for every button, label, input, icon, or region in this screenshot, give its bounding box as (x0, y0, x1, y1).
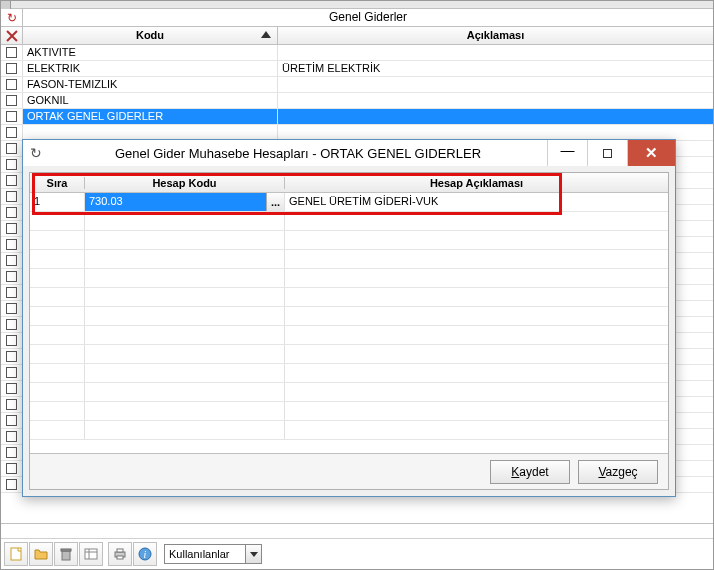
minimize-button[interactable]: — (547, 140, 587, 166)
cell-acik (278, 109, 713, 124)
close-button[interactable]: ✕ (627, 140, 675, 166)
open-button[interactable] (29, 542, 53, 566)
row-checkbox[interactable] (6, 303, 17, 314)
row-checkbox[interactable] (6, 463, 17, 474)
dialog-grid-header: Sıra Hesap Kodu Hesap Açıklaması (30, 173, 668, 193)
svg-rect-8 (117, 556, 123, 559)
chevron-down-icon[interactable] (245, 545, 261, 563)
svg-rect-1 (62, 551, 70, 560)
row-checkbox[interactable] (6, 175, 17, 186)
table-row (30, 250, 668, 269)
row-checkbox[interactable] (6, 47, 17, 58)
cell-kodu: GOKNIL (23, 93, 278, 108)
lookup-button[interactable]: ... (266, 193, 284, 211)
sort-asc-icon (261, 31, 271, 38)
col-header-hesap-aciklamasi[interactable]: Hesap Açıklaması (285, 177, 668, 189)
table-row[interactable]: 1 730.03 ... GENEL ÜRETİM GİDERİ-VUK (30, 193, 668, 212)
cell-hesap-kodu[interactable]: 730.03 ... (85, 193, 285, 211)
bottom-toolbar: i Kullanılanlar (1, 523, 713, 569)
filter-combo-value: Kullanılanlar (165, 548, 245, 560)
filter-combo[interactable]: Kullanılanlar (164, 544, 262, 564)
main-window-title: Genel Giderler (23, 9, 713, 26)
row-checkbox[interactable] (6, 143, 17, 154)
svg-rect-0 (11, 548, 21, 560)
dialog-window: ↻ Genel Gider Muhasebe Hesapları - ORTAK… (22, 139, 676, 497)
row-checkbox[interactable] (6, 383, 17, 394)
row-checkbox[interactable] (6, 111, 17, 122)
kaydet-button[interactable]: Kaydet (490, 460, 570, 484)
cell-acik (278, 45, 713, 60)
dialog-footer: Kaydet Vazgeç (30, 453, 668, 489)
print-button[interactable] (108, 542, 132, 566)
table-row (30, 402, 668, 421)
table-row (30, 288, 668, 307)
cell-kodu: FASON-TEMIZLIK (23, 77, 278, 92)
row-checkbox[interactable] (6, 351, 17, 362)
dialog-title: Genel Gider Muhasebe Hesapları - ORTAK G… (49, 146, 547, 161)
row-checkbox[interactable] (6, 127, 17, 138)
refresh-icon[interactable]: ↻ (23, 145, 49, 161)
table-row (30, 212, 668, 231)
table-row (30, 345, 668, 364)
table-row (30, 307, 668, 326)
row-checkbox[interactable] (6, 191, 17, 202)
table-row (30, 269, 668, 288)
cell-acik (278, 93, 713, 108)
row-checkbox[interactable] (6, 479, 17, 490)
main-window-title-row: ↻ Genel Giderler (1, 9, 713, 27)
col-header-kodu[interactable]: Kodu (23, 27, 278, 44)
info-button[interactable]: i (133, 542, 157, 566)
vazgec-button[interactable]: Vazgeç (578, 460, 658, 484)
row-checkbox[interactable] (6, 319, 17, 330)
row-checkbox[interactable] (6, 239, 17, 250)
row-checkbox[interactable] (6, 159, 17, 170)
table-row (30, 383, 668, 402)
cell-kodu: AKTIVITE (23, 45, 278, 60)
table-row[interactable]: FASON-TEMIZLIK (1, 77, 713, 93)
cell-kodu: ELEKTRIK (23, 61, 278, 76)
row-checkbox[interactable] (6, 287, 17, 298)
row-checkbox[interactable] (6, 271, 17, 282)
maximize-button[interactable] (587, 140, 627, 166)
table-row (30, 364, 668, 383)
new-button[interactable] (4, 542, 28, 566)
layout-button[interactable] (79, 542, 103, 566)
row-checkbox[interactable] (6, 447, 17, 458)
row-checkbox[interactable] (6, 367, 17, 378)
svg-rect-3 (85, 549, 97, 559)
row-checkbox[interactable] (6, 63, 17, 74)
dialog-content: Sıra Hesap Kodu Hesap Açıklaması 1 730.0… (29, 172, 669, 490)
row-checkbox[interactable] (6, 79, 17, 90)
dialog-grid-body: 1 730.03 ... GENEL ÜRETİM GİDERİ-VUK (30, 193, 668, 453)
delete-button[interactable] (54, 542, 78, 566)
cell-sira[interactable]: 1 (30, 193, 85, 211)
row-checkbox[interactable] (6, 399, 17, 410)
row-checkbox[interactable] (6, 207, 17, 218)
select-all-icon[interactable] (1, 27, 23, 44)
table-row (30, 231, 668, 250)
hesap-kodu-value[interactable]: 730.03 (85, 193, 266, 211)
table-row[interactable]: GOKNIL (1, 93, 713, 109)
dialog-titlebar[interactable]: ↻ Genel Gider Muhasebe Hesapları - ORTAK… (23, 140, 675, 166)
table-row[interactable]: ELEKTRIK ÜRETİM ELEKTRİK (1, 61, 713, 77)
col-header-hesap-kodu[interactable]: Hesap Kodu (85, 177, 285, 189)
row-checkbox[interactable] (6, 255, 17, 266)
main-grid-header: Kodu Açıklaması (1, 27, 713, 45)
table-row[interactable]: ORTAK GENEL GIDERLER (1, 109, 713, 125)
col-header-aciklamasi[interactable]: Açıklaması (278, 27, 713, 44)
top-strip (1, 1, 713, 9)
row-checkbox[interactable] (6, 335, 17, 346)
col-header-sira[interactable]: Sıra (30, 177, 85, 189)
table-row[interactable]: AKTIVITE (1, 45, 713, 61)
row-checkbox[interactable] (6, 223, 17, 234)
row-checkbox[interactable] (6, 431, 17, 442)
row-checkbox[interactable] (6, 95, 17, 106)
refresh-icon[interactable]: ↻ (1, 9, 23, 26)
col-header-kodu-label: Kodu (136, 29, 164, 41)
table-row (30, 421, 668, 440)
svg-rect-2 (61, 549, 71, 551)
svg-text:i: i (144, 549, 147, 560)
cell-acik: ÜRETİM ELEKTRİK (278, 61, 713, 76)
row-checkbox[interactable] (6, 415, 17, 426)
svg-rect-7 (117, 549, 123, 552)
